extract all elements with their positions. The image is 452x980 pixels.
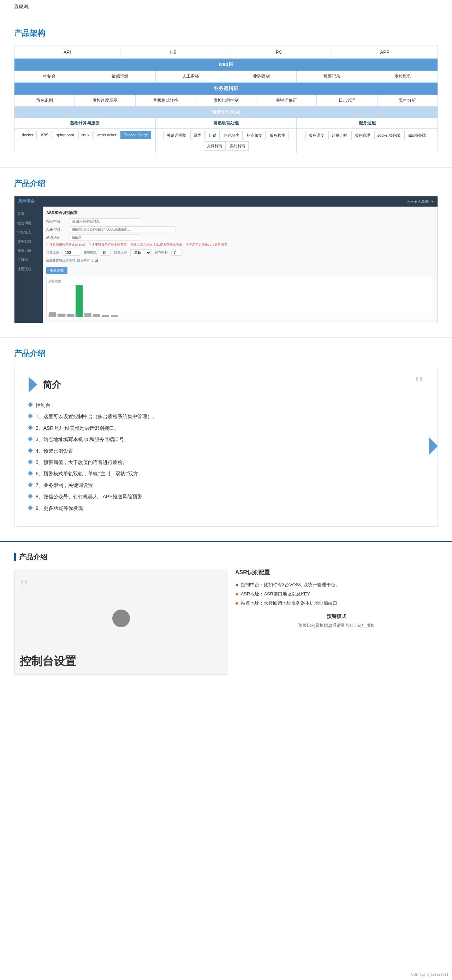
arch-pc: PC bbox=[226, 46, 332, 58]
nlp-item-7: 实时转写 bbox=[227, 141, 248, 151]
ss-param-label-3: 预警比例 bbox=[114, 250, 127, 255]
nlp-item-6: 文件转写 bbox=[204, 141, 226, 151]
jianjie-diamond-3 bbox=[28, 436, 33, 441]
jianjie-title-row: 简介 bbox=[29, 377, 423, 392]
ss-param-select[interactable]: 单轨 双轨 bbox=[130, 249, 151, 256]
biz-item-2: 音频格式转换 bbox=[135, 95, 196, 106]
ss-notify-val: 显示关闭 bbox=[77, 258, 90, 263]
arch-biz-row: 角色识别 质检速度展示 音频格式转换 质检比例控制 关键词修正 日志管理 监控分… bbox=[14, 95, 438, 107]
service-items: 服务调度 计费计时 服务管理 socket服务端 http服务端 bbox=[297, 129, 438, 142]
base-items: docker K8S sping boot linux webs ocket S… bbox=[14, 129, 155, 141]
ss-update-btn[interactable]: 更新参数 bbox=[46, 267, 67, 274]
ss-sidebar-biz[interactable]: 业务配置 bbox=[14, 237, 43, 246]
jianjie-right-arrow bbox=[429, 437, 438, 455]
arch-asr-band: 语音识别ASR bbox=[14, 107, 438, 118]
ss-sidebar: 首页 敏感词组 审核状态 业务配置 预警记录 手机端 使用流程 bbox=[14, 207, 43, 323]
web-item-1: 敏感词组 bbox=[85, 71, 156, 82]
ss-bar-4 bbox=[76, 285, 83, 317]
nlp-item-2: 纠错 bbox=[205, 130, 220, 140]
jianjie-diamond-0 bbox=[28, 402, 33, 407]
jianjie-diamond-8 bbox=[28, 494, 33, 499]
ss-warn-3: 生显示历史记录12点最近预警 bbox=[186, 243, 228, 247]
web-item-3: 业务限制 bbox=[226, 71, 297, 82]
arch-title: 产品架构 bbox=[14, 28, 438, 38]
ss-input-1[interactable] bbox=[70, 226, 175, 232]
ss-param-input-3[interactable] bbox=[171, 250, 182, 256]
jianjie-item-9: 9、更多功能等你发现 bbox=[29, 504, 423, 512]
intro-title: 产品介绍 bbox=[14, 178, 438, 189]
ss-sidebar-keywords[interactable]: 敏感词组 bbox=[14, 219, 43, 228]
web-item-2: 人工审核 bbox=[156, 71, 226, 82]
console-section-title-row: 产品介绍 bbox=[14, 552, 438, 562]
jianjie-item-4: 4、预警比例设置 bbox=[29, 447, 423, 455]
arch-biz-band: 业务逻辑层 bbox=[14, 83, 438, 95]
ss-warnings: 生播机器报告百分比(0-100) 生大于设置的百分多时预警 单轨左后右超出,则以… bbox=[46, 243, 434, 247]
ss-param-label-4: 保存时长 bbox=[155, 250, 168, 255]
jianjie-diamond-1 bbox=[28, 414, 33, 418]
ss-input-2[interactable] bbox=[70, 234, 140, 240]
title-bar-icon bbox=[14, 553, 16, 561]
base-item-0: docker bbox=[19, 130, 37, 139]
dot-icon-1: ● bbox=[235, 591, 239, 597]
nlp-item-1: 聚类 bbox=[190, 130, 204, 140]
console-asr-item-0: ● 控制中台：比如你有3台VOS可以统一管理平台。 bbox=[235, 582, 438, 588]
ss-sidebar-mobile[interactable]: 手机端 bbox=[14, 255, 43, 264]
dot-icon-0: ● bbox=[235, 582, 239, 588]
jianjie-diamond-4 bbox=[28, 448, 33, 453]
jianjie-item-3: 3、站点地址填写本机 ip 和服务器端口号。 bbox=[29, 436, 423, 443]
base-item-1: K8S bbox=[38, 130, 52, 139]
nlp-item-3: 角色分离 bbox=[221, 130, 243, 140]
ss-chart: 质检概览 客服 范围 业务配置 bbox=[46, 277, 434, 319]
avatar bbox=[112, 609, 130, 627]
ss-sidebar-guide[interactable]: 使用流程 bbox=[14, 264, 43, 274]
ss-warn-2: 单轨左后右超出,则以双方百分比为准 bbox=[130, 243, 182, 247]
biz-item-1: 质检速度展示 bbox=[75, 95, 135, 106]
jianjie-section-title: 产品介绍 bbox=[14, 348, 438, 359]
nlp-section: 自然语言处理 关键词提取 聚类 纠错 角色分离 格点修复 服务检测 文件转写 实… bbox=[156, 118, 297, 153]
arch-bottom: 基础计算与服务 docker K8S sping boot linux webs… bbox=[14, 118, 438, 153]
ss-warn-0: 生播机器报告百分比(0-100) bbox=[46, 243, 85, 247]
ss-param-label-1: 预警比例 bbox=[46, 250, 59, 255]
nlp-items: 关键词提取 聚类 纠错 角色分离 格点修复 服务检测 文件转写 实时转写 bbox=[156, 129, 297, 153]
arch-app: APP bbox=[332, 46, 438, 58]
arch-section: 产品架构 API H5 PC APP web层 控制台 敏感词组 人工审核 业务… bbox=[0, 17, 452, 167]
jianjie-item-8: 8、微信公众号、钉钉机器人、APP推送风险预警 bbox=[29, 493, 423, 500]
ss-param-input-2[interactable] bbox=[100, 250, 111, 256]
nlp-item-0: 关键词提取 bbox=[164, 130, 189, 140]
ss-sidebar-alert[interactable]: 预警记录 bbox=[14, 246, 43, 255]
ss-header-icons: ◎ ● ◉ ADMIN ▼ bbox=[407, 199, 434, 204]
console-sub-desc: 预警比例是根据总通话量百分比进行质检 bbox=[235, 623, 438, 628]
ss-logo: 风控平台 bbox=[18, 199, 35, 204]
arch-api: API bbox=[14, 46, 120, 58]
console-asr-item-1: ● ASR地址：ASR接口地址以及KEY bbox=[235, 591, 438, 597]
biz-item-5: 日志管理 bbox=[317, 95, 377, 106]
ss-label-1: ASR地址 bbox=[46, 227, 67, 232]
jianjie-box: " 简介 控制台； 1、这里可以设置控制中台（多台质检系统集中管理）。 2、AS… bbox=[14, 366, 438, 527]
ss-param-input-1[interactable] bbox=[62, 250, 80, 256]
ss-input-0[interactable] bbox=[70, 218, 140, 224]
ss-sidebar-dashboard[interactable]: 首页 bbox=[14, 209, 43, 219]
ss-form-row-3: 站点地址 bbox=[46, 234, 434, 240]
ss-sidebar-status[interactable]: 审核状态 bbox=[14, 228, 43, 237]
jianjie-item-7: 7、业务限制，关键词设置 bbox=[29, 481, 423, 489]
biz-item-3: 质检比例控制 bbox=[196, 95, 256, 106]
jianjie-quote-mark: " bbox=[415, 373, 424, 395]
ss-header: 风控平台 ◎ ● ◉ ADMIN ▼ bbox=[14, 196, 438, 207]
jianjie-subtitle: 简介 bbox=[43, 379, 61, 391]
ss-x-labels: 客服 范围 业务配置 语音调度 bbox=[48, 313, 432, 317]
ss-label-2: 站点地址 bbox=[46, 235, 67, 240]
console-asr-title: ASR识别配置 bbox=[235, 569, 438, 576]
ss-form-title: ASR接语识别配置 bbox=[46, 210, 434, 215]
ss-warn-1: 生大于设置的百分多时预警 bbox=[89, 243, 127, 247]
arch-h5: H5 bbox=[120, 46, 226, 58]
web-item-5: 质检概览 bbox=[367, 71, 438, 82]
arch-web-band: web层 bbox=[14, 59, 438, 71]
base-item-3: linux bbox=[78, 130, 93, 139]
jianjie-triangle-icon bbox=[29, 377, 37, 392]
jianjie-item-5: 5、预警阈值，大于改值的语音进行质检。 bbox=[29, 458, 423, 466]
ss-params-row: 预警比例 预警模式 预警比例 单轨 双轨 保存时长 bbox=[46, 249, 434, 256]
ss-body: 首页 敏感词组 审核状态 业务配置 预警记录 手机端 使用流程 ASR接语识别配… bbox=[14, 207, 438, 323]
console-asr-item-2: ● 站点地址：录音回调地址服务器本机地址加端口 bbox=[235, 600, 438, 606]
base-item-5: Service Stage bbox=[120, 130, 151, 139]
service-item-3: socket服务端 bbox=[374, 130, 404, 140]
